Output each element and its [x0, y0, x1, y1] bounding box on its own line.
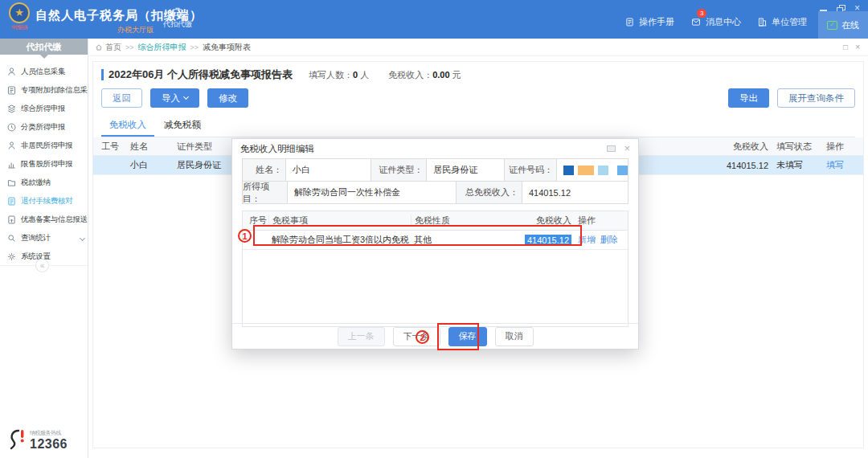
online-label: 在线: [841, 19, 859, 31]
tab-bar: 免税收入 减免税额: [101, 114, 855, 137]
sidebar-item-nonresident-income[interactable]: 非居民所得申报: [0, 137, 88, 155]
breadcrumb-level1[interactable]: 综合所得申报: [138, 42, 186, 53]
modal-header: 免税收入明细编辑 ×: [232, 139, 638, 158]
fill-link[interactable]: 填写: [817, 159, 863, 171]
hotline-logo-icon: [6, 427, 27, 452]
chart-icon: [6, 159, 17, 170]
home-icon: [95, 43, 103, 51]
sidebar-item-refund-fee-check[interactable]: 退付手续费核对: [0, 192, 88, 211]
cell-tax-free-income: 414015.12: [680, 161, 768, 170]
modal-close-icon[interactable]: ×: [624, 145, 630, 153]
emblem-star-icon: ★: [9, 2, 30, 23]
tab-controls: □ ×: [843, 43, 860, 51]
emblem-caption: 中国税务: [6, 24, 33, 31]
delete-row-link[interactable]: 删除: [600, 234, 618, 246]
header-links: 操作手册 3 消息中心 单位管理: [624, 16, 807, 28]
org-manage-link[interactable]: 单位管理: [757, 16, 807, 28]
edition-label: 办税大厅版: [117, 25, 154, 35]
total-value: 414015.12: [522, 182, 628, 204]
sidebar-item-special-deduction[interactable]: 专项附加扣除信息采集: [0, 81, 88, 100]
redaction-block: [563, 166, 574, 175]
name-value: 小白: [286, 159, 371, 182]
title-accent-bar: [101, 69, 104, 80]
modify-button[interactable]: 修改: [207, 88, 248, 108]
message-center-link[interactable]: 3 消息中心: [690, 16, 741, 28]
person-outline-icon: [6, 141, 17, 151]
doc-send-icon: [6, 215, 17, 225]
modal-title: 免税收入明细编辑: [240, 143, 314, 155]
hotline: 纳税服务热线 12366: [6, 427, 68, 452]
income-item-label: 所得项目：: [243, 182, 288, 204]
sidebar-menu: 人员信息采集 专项附加扣除信息采集 综合所得申报 分类所得申报 非居民所得申报 …: [0, 63, 88, 266]
gear-icon: [6, 251, 17, 262]
online-check-icon: ✓: [827, 21, 837, 30]
annotation-step2: 2: [416, 330, 429, 344]
sidebar-collapse-button[interactable]: «: [35, 259, 49, 272]
toolbar: 返回 导入 修改 导出 展开查询条件: [101, 88, 855, 108]
hotline-number: 12366: [30, 437, 68, 452]
report-stats: 填写人数：0 人 免税收入：0.00 元: [309, 69, 461, 81]
person-icon: [6, 67, 17, 77]
tab-tax-reduction[interactable]: 减免税额: [156, 114, 209, 137]
tax-emblem-logo: ★ 中国税务: [6, 2, 33, 31]
breadcrumb: 首页 >> 综合所得申报 >> 减免事项附表 □ ×: [88, 39, 868, 56]
total-label: 总免税收入：: [457, 182, 522, 204]
search-icon: [6, 233, 17, 243]
tab-restore-icon[interactable]: □: [843, 43, 848, 51]
import-button[interactable]: 导入: [150, 88, 199, 108]
clock-icon: [6, 122, 17, 133]
id-no-redacted: [557, 159, 628, 182]
sidebar-divider: «: [0, 265, 88, 266]
back-button[interactable]: 返回: [101, 88, 142, 108]
layers-icon: [6, 104, 17, 114]
redaction-block: [617, 166, 628, 175]
sidebar-item-classified-income[interactable]: 分类所得申报: [0, 118, 88, 137]
prev-record-button[interactable]: 上一条: [338, 327, 385, 346]
app-window: ★ 中国税务 自然人电子税务局（扣缴端） 办税大厅版 代扣代缴 × 操作手册 3…: [0, 0, 868, 458]
redaction-block: [598, 166, 608, 175]
cancel-button[interactable]: 取消: [495, 327, 534, 346]
sidebar-header: 代扣代缴: [0, 39, 88, 55]
id-no-label: 证件号码：: [505, 159, 557, 182]
tab-close-icon[interactable]: ×: [855, 43, 860, 51]
sidebar-item-restricted-shares[interactable]: 限售股所得申报: [0, 155, 88, 174]
tab-tax-free-income[interactable]: 免税收入: [101, 114, 154, 137]
titlebar: ★ 中国税务 自然人电子税务局（扣缴端） 办税大厅版 代扣代缴 × 操作手册 3…: [0, 0, 868, 39]
briefcase-icon: [171, 6, 184, 18]
breadcrumb-home[interactable]: 首页: [95, 42, 121, 53]
name-label: 姓名：: [243, 159, 286, 182]
report-title-row: 2022年06月 个人所得税减免事项报告表 填写人数：0 人 免税收入：0.00…: [101, 67, 855, 82]
module-tab-label: 代扣代缴: [163, 20, 192, 28]
online-status[interactable]: ✓ 在线: [818, 11, 868, 39]
folder-icon: [6, 178, 17, 188]
modal-footer: 上一条 下一条 保存 取消: [232, 323, 638, 349]
building-icon: [757, 17, 768, 27]
breadcrumb-level2: 减免事项附表: [203, 42, 251, 53]
sidebar-item-comprehensive-income[interactable]: 综合所得申报: [0, 100, 88, 118]
tab-withholding-module[interactable]: 代扣代缴: [159, 6, 196, 30]
sidebar-item-personnel-info[interactable]: 人员信息采集: [0, 63, 88, 81]
doc-check-icon: [6, 196, 17, 207]
envelope-icon: [690, 17, 702, 27]
id-type-value: 居民身份证: [427, 159, 504, 182]
sidebar-item-query-statistics[interactable]: 查询统计: [0, 229, 88, 247]
sidebar-item-tax-payment[interactable]: 税款缴纳: [0, 174, 88, 192]
id-type-label: 证件类型：: [371, 159, 427, 182]
annotation-step1: 1: [238, 229, 252, 243]
manual-link[interactable]: 操作手册: [624, 16, 674, 28]
expand-query-button[interactable]: 展开查询条件: [777, 88, 855, 108]
filled-count: 0: [353, 70, 358, 80]
modal-grid-icon[interactable]: [607, 145, 616, 152]
page-title: 2022年06月 个人所得税减免事项报告表: [108, 67, 293, 82]
annotation-save-box: [437, 323, 479, 350]
redaction-block: [578, 166, 594, 175]
form-icon: [6, 85, 17, 96]
sidebar: 代扣代缴 人员信息采集 专项附加扣除信息采集 综合所得申报 分类所得申报 非居民…: [0, 39, 88, 458]
tax-free-total: 0.00: [432, 70, 449, 80]
export-button[interactable]: 导出: [728, 88, 769, 108]
sidebar-item-preferential-filing[interactable]: 优惠备案与信息报送: [0, 211, 88, 229]
breadcrumb-separator: >>: [125, 43, 134, 51]
chevron-down-icon: [80, 235, 85, 241]
chevron-down-icon: [183, 94, 189, 100]
income-item-value: 解除劳动合同一次性补偿金: [288, 182, 457, 204]
